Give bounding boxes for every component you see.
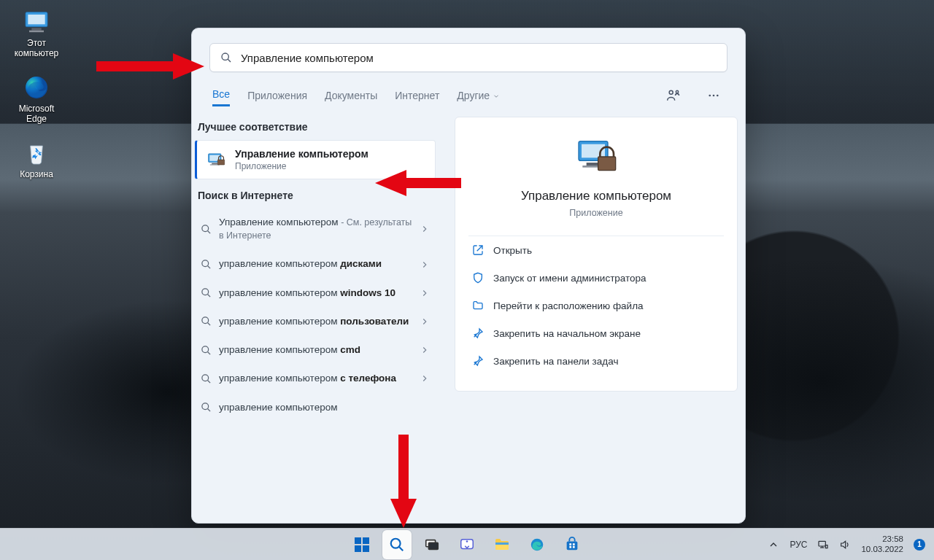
- action-label: Перейти к расположению файла: [493, 300, 644, 311]
- svg-line-20: [208, 266, 210, 268]
- web-result-text: управление компьютером пользователи: [219, 315, 412, 328]
- start-button[interactable]: [347, 530, 377, 559]
- best-match-subtitle: Приложение: [235, 161, 368, 171]
- svg-point-17: [202, 225, 209, 232]
- desktop-icon-edge[interactable]: Microsoft Edge: [9, 73, 64, 124]
- action-open[interactable]: Открыть: [468, 236, 724, 264]
- svg-rect-14: [212, 163, 217, 165]
- svg-point-7: [669, 90, 673, 94]
- web-result[interactable]: управление компьютером cmd: [195, 335, 436, 364]
- svg-line-6: [228, 59, 231, 62]
- action-pin-start[interactable]: Закрепить на начальном экране: [468, 319, 724, 347]
- action-label: Закрепить на панели задач: [493, 356, 618, 367]
- desktop-icon-label: Корзина: [9, 169, 64, 179]
- tray-overflow-button[interactable]: [768, 539, 779, 551]
- desktop-icon-recycle-bin[interactable]: Корзина: [9, 139, 64, 179]
- svg-line-22: [208, 295, 210, 297]
- svg-rect-3: [29, 31, 44, 33]
- pin-icon: [471, 327, 485, 340]
- svg-line-30: [208, 409, 210, 411]
- svg-rect-39: [363, 537, 369, 544]
- action-pin-taskbar[interactable]: Закрепить на панели задач: [468, 347, 724, 375]
- detail-title: Управление компьютером: [521, 189, 671, 203]
- computer-management-icon: [573, 133, 620, 180]
- best-match-header: Лучшее соответствие: [192, 111, 439, 140]
- edge-icon: [22, 73, 51, 102]
- svg-line-43: [399, 547, 403, 551]
- svg-rect-35: [598, 157, 616, 171]
- web-result[interactable]: Управление компьютером - См. результаты …: [195, 209, 436, 249]
- svg-point-10: [713, 94, 715, 96]
- chevron-right-icon: [420, 316, 430, 327]
- volume-icon[interactable]: [839, 539, 851, 551]
- svg-point-23: [202, 317, 209, 324]
- language-indicator[interactable]: РУС: [790, 540, 807, 550]
- svg-line-28: [208, 381, 210, 383]
- svg-rect-2: [31, 28, 41, 30]
- search-icon: [220, 52, 232, 63]
- svg-point-47: [466, 540, 468, 542]
- svg-rect-41: [363, 545, 369, 552]
- store-button[interactable]: [557, 530, 587, 559]
- search-bar[interactable]: [209, 43, 727, 72]
- svg-point-27: [202, 375, 209, 381]
- svg-rect-54: [569, 545, 571, 548]
- annotation-arrow: [96, 51, 206, 82]
- svg-point-25: [202, 346, 209, 353]
- search-icon: [201, 287, 212, 298]
- task-view-button[interactable]: [417, 530, 447, 559]
- desktop-icon-label: Microsoft Edge: [9, 104, 64, 124]
- tab-more[interactable]: Другие: [457, 85, 500, 106]
- web-result-text: управление компьютером windows 10: [219, 287, 412, 300]
- web-result[interactable]: управление компьютером пользователи: [195, 307, 436, 335]
- search-window: Все Приложения Документы Интернет Другие…: [191, 28, 746, 524]
- network-icon[interactable]: [817, 539, 829, 551]
- svg-rect-51: [567, 541, 578, 550]
- web-result[interactable]: управление компьютером: [195, 393, 436, 421]
- tab-internet[interactable]: Интернет: [395, 85, 439, 106]
- web-result-text: управление компьютером с телефона: [219, 372, 412, 385]
- desktop-icon-this-pc[interactable]: Этот компьютер: [9, 7, 64, 58]
- search-input[interactable]: [239, 51, 717, 65]
- best-match-title: Управление компьютером: [235, 148, 368, 160]
- svg-rect-16: [217, 160, 224, 165]
- annotation-arrow: [387, 435, 420, 529]
- tab-all[interactable]: Все: [212, 84, 230, 106]
- clock[interactable]: 23:58 10.03.2022: [861, 534, 903, 553]
- svg-point-19: [202, 260, 209, 267]
- annotation-arrow: [374, 168, 461, 198]
- taskbar-search-button[interactable]: [382, 530, 412, 559]
- search-icon: [201, 224, 212, 235]
- edge-button[interactable]: [522, 530, 552, 559]
- svg-point-29: [202, 403, 209, 410]
- svg-rect-45: [428, 542, 438, 549]
- svg-point-21: [202, 289, 209, 295]
- action-open-location[interactable]: Перейти к расположению файла: [468, 292, 724, 319]
- more-options-icon[interactable]: [703, 86, 725, 105]
- recycle-bin-icon: [22, 139, 51, 168]
- search-icon: [201, 259, 212, 270]
- tab-documents[interactable]: Документы: [325, 85, 377, 106]
- web-result-text: управление компьютером дисками: [219, 257, 412, 271]
- filter-tabs: Все Приложения Документы Интернет Другие: [212, 84, 725, 106]
- notification-badge[interactable]: 1: [914, 539, 925, 551]
- web-result-text: управление компьютером cmd: [219, 343, 412, 357]
- web-result[interactable]: управление компьютером windows 10: [195, 279, 436, 307]
- svg-rect-1: [28, 15, 45, 24]
- action-run-as-admin[interactable]: Запуск от имени администратора: [468, 264, 724, 292]
- web-result[interactable]: управление компьютером дисками: [195, 249, 436, 278]
- svg-rect-56: [819, 541, 825, 546]
- svg-point-42: [391, 538, 401, 548]
- svg-rect-53: [573, 543, 575, 545]
- chat-button[interactable]: [452, 530, 482, 559]
- clock-time: 23:58: [882, 534, 903, 544]
- action-label: Запуск от имени администратора: [493, 273, 647, 284]
- chevron-right-icon: [420, 260, 430, 270]
- account-sync-icon[interactable]: [662, 85, 685, 106]
- file-explorer-button[interactable]: [487, 530, 517, 559]
- svg-point-8: [676, 90, 678, 93]
- tab-apps[interactable]: Приложения: [247, 85, 307, 106]
- web-result[interactable]: управление компьютером с телефона: [195, 364, 436, 392]
- svg-point-11: [717, 94, 719, 96]
- folder-icon: [471, 299, 485, 312]
